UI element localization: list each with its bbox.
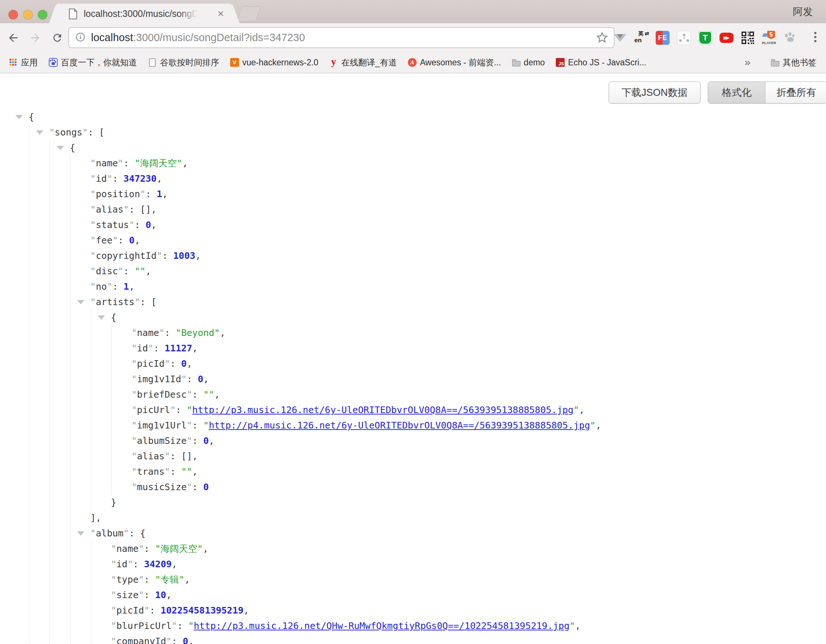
collapse-caret-icon[interactable] [77, 531, 84, 536]
window-minimize-button[interactable] [23, 10, 33, 19]
format-button[interactable]: 格式化 [708, 82, 765, 103]
collapse-caret-icon[interactable] [56, 146, 64, 150]
bookmark-item[interactable]: 在线翻译_有道 [329, 57, 397, 68]
json-line: "disc": "", [90, 264, 826, 279]
json-token: : [162, 250, 173, 261]
json-url-link[interactable]: http://p3.music.126.net/6y-UleORITEDbvrO… [193, 405, 574, 415]
tampermonkey-icon[interactable] [698, 31, 712, 45]
translate-icon[interactable] [634, 31, 648, 45]
json-line: "name": "海阔天空", [111, 541, 826, 557]
json-url-link[interactable]: http://p3.music.126.net/QHw-RuMwfQkmgtiy… [194, 621, 570, 631]
json-string: "" [182, 466, 193, 477]
json-token: " [144, 605, 149, 616]
json-line: "id": 34209, [111, 557, 826, 572]
json-line: "type": "专辑", [111, 572, 826, 587]
bookmark-item[interactable]: Echo JS - JavaScri... [556, 57, 646, 68]
vue-devtools-icon[interactable] [613, 31, 627, 45]
download-json-button[interactable]: 下载JSON数据 [609, 82, 700, 104]
json-token: " [188, 621, 194, 631]
html5-player-icon[interactable]: PLAYER [762, 31, 776, 45]
paw-icon[interactable] [783, 31, 797, 45]
json-token: " [131, 420, 137, 431]
site-info-icon[interactable] [76, 32, 85, 43]
json-line: "trans": "", [131, 464, 826, 480]
url-text: localhost:3000/music/songDetail?ids=3472… [91, 31, 305, 44]
json-line: { [29, 109, 826, 125]
new-tab-button[interactable] [236, 6, 261, 22]
json-token: " [148, 343, 154, 354]
json-token: { [140, 528, 146, 538]
qr-code-icon[interactable] [741, 31, 755, 45]
json-token: : [118, 235, 129, 246]
collapse-caret-icon[interactable] [98, 315, 105, 320]
chrome-profile-name[interactable]: 阿发 [793, 5, 813, 19]
json-line: "musicSize": 0 [131, 480, 826, 495]
bookmark-item[interactable]: 应用 [9, 57, 38, 68]
browser-tab[interactable]: localhost:3000/music/songDetail?ids=3472… [58, 4, 231, 23]
window-close-button[interactable] [8, 10, 18, 19]
reload-button[interactable] [51, 31, 64, 44]
chrome-menu-icon[interactable] [813, 31, 818, 44]
json-token: " [131, 327, 137, 338]
json-token: " [107, 281, 112, 292]
sitemap-icon[interactable] [677, 31, 691, 45]
bookmark-item[interactable]: Awesomes - 前端资... [408, 57, 501, 68]
other-bookmarks-label: 其他书签 [783, 57, 817, 68]
json-line: "alias": [], [90, 202, 826, 217]
page-content: {"songs": [{"name": "海阔天空","id": 347230,… [0, 74, 826, 644]
html5-player-label: PLAYER [761, 42, 778, 45]
tab-close-icon[interactable]: × [217, 7, 224, 20]
json-token: " [123, 204, 129, 215]
forward-button[interactable] [29, 31, 42, 44]
json-token: " [111, 590, 116, 600]
json-token: " [90, 266, 96, 276]
fe-helper-icon[interactable] [656, 31, 669, 45]
collapse-caret-icon[interactable] [77, 300, 84, 304]
json-token: : [193, 389, 203, 400]
json-token: " [138, 543, 144, 554]
json-token: { [29, 112, 34, 122]
bookmark-item[interactable]: demo [512, 57, 545, 68]
json-token: " [118, 158, 123, 169]
bookmarks-overflow-chevron[interactable]: » [745, 57, 750, 68]
back-button[interactable] [6, 31, 20, 44]
bookmark-item[interactable]: 百度一下，你就知道 [49, 57, 137, 68]
json-token: , [162, 189, 168, 199]
json-key: name [96, 158, 118, 169]
json-token: : [140, 297, 151, 307]
collapse-caret-icon[interactable] [36, 130, 43, 135]
json-node: "artists": [{"name": "Beyond","id": 1112… [90, 295, 826, 526]
json-token: , [579, 405, 584, 415]
json-token: , [203, 543, 208, 554]
json-token: , [146, 266, 151, 276]
window-zoom-button[interactable] [38, 10, 47, 19]
json-token: " [118, 266, 123, 276]
json-token: , [172, 559, 177, 570]
other-bookmarks-folder[interactable]: 其他书签 [771, 57, 817, 68]
json-children: "name": "海阔天空","id": 347230,"position": … [70, 156, 826, 644]
bookmark-item[interactable]: 谷歌按时间排序 [148, 57, 219, 68]
collapse-all-button[interactable]: 折叠所有 [765, 82, 826, 103]
json-token: " [111, 543, 116, 554]
json-key: status [96, 220, 129, 230]
json-url-link[interactable]: http://p4.music.126.net/6y-UleORITEDbvrO… [209, 420, 590, 431]
json-token: : [133, 559, 144, 570]
json-token: , [595, 420, 601, 431]
json-token: " [159, 327, 165, 338]
json-key: position [96, 189, 140, 199]
json-token: " [570, 621, 575, 631]
json-children: "name": "海阔天空","id": 34209,"type": "专辑",… [91, 541, 826, 644]
json-token: : [144, 543, 155, 554]
bookmark-item[interactable]: vue-hackernews-2.0 [230, 57, 318, 68]
json-number: 34209 [144, 559, 171, 570]
json-token: " [90, 235, 96, 246]
json-token: , [157, 173, 162, 184]
url-bar[interactable]: localhost:3000/music/songDetail?ids=3472… [68, 27, 615, 48]
collapse-caret-icon[interactable] [16, 115, 23, 119]
video-play-icon[interactable] [720, 33, 733, 43]
json-token: , [575, 621, 581, 631]
json-token: ], [90, 512, 101, 523]
json-key: companyId [116, 636, 166, 644]
bookmark-star-icon[interactable] [595, 31, 609, 45]
json-line: "status": 0, [90, 217, 826, 233]
